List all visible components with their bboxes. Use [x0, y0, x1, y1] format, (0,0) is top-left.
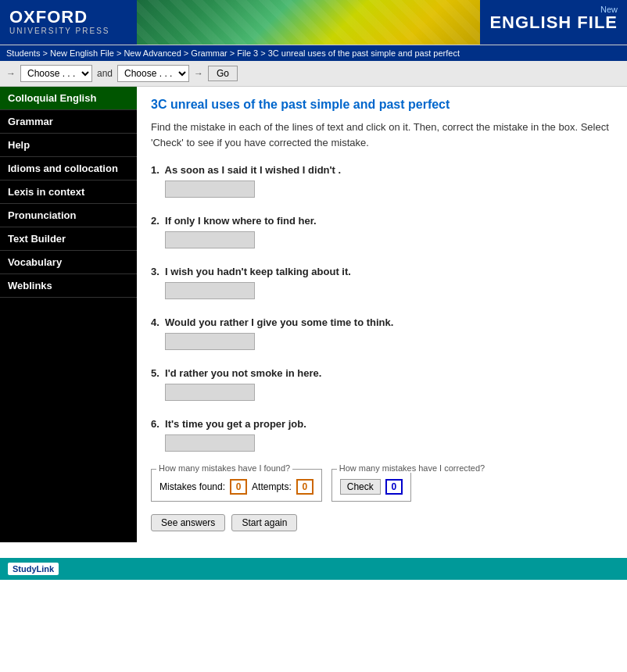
stats-box-corrected: How many mistakes have I corrected? Chec…: [331, 469, 411, 502]
sidebar-label-vocabulary: Vocabulary: [8, 256, 62, 268]
press-subtitle: UNIVERSITY PRESS: [9, 26, 127, 37]
exercise-sentence-3[interactable]: 3. I wish you hadn't keep talking about …: [151, 266, 613, 277]
oxford-title: OXFORD: [9, 9, 127, 26]
exercise-text-1: As soon as I said it I wished I didn't .: [165, 164, 342, 176]
sidebar-item-text-builder[interactable]: Text Builder: [0, 227, 137, 251]
sidebar-item-pronunciation[interactable]: Pronunciation: [0, 204, 137, 227]
exercise-number-1: 1.: [151, 164, 159, 176]
exercise-text-5: I'd rather you not smoke in here.: [165, 367, 321, 379]
sidebar-label-colloquial: Colloquial English: [8, 92, 96, 104]
study-label: Study: [13, 564, 37, 574]
stats-area: How many mistakes have I found? Mistakes…: [151, 469, 613, 502]
exercise-input-2[interactable]: [165, 231, 255, 248]
exercise-item-6: 6. It's time you get a proper job.: [151, 418, 613, 452]
choose-dropdown-2[interactable]: Choose . . .: [117, 65, 189, 82]
nef-logo: New ENGLISH FILE: [480, 0, 627, 45]
ef-label: ENGLISH FILE: [489, 13, 618, 32]
footer: StudyLink: [0, 558, 627, 580]
exercise-item-3: 3. I wish you hadn't keep talking about …: [151, 266, 613, 299]
exercise-text-2: If only I know where to find her.: [165, 215, 317, 227]
sidebar-item-colloquial-english[interactable]: Colloquial English: [0, 87, 137, 110]
exercise-number-2: 2.: [151, 215, 159, 227]
check-button[interactable]: Check: [340, 479, 381, 495]
sidebar-label-help: Help: [8, 139, 30, 151]
content-area: 3C unreal uses of the past simple and pa…: [137, 87, 627, 542]
content-title: 3C unreal uses of the past simple and pa…: [151, 98, 613, 112]
see-answers-button[interactable]: See answers: [151, 514, 225, 531]
exercise-item-1: 1. As soon as I said it I wished I didn'…: [151, 164, 613, 198]
sidebar-label-idioms: Idioms and collocation: [8, 163, 118, 174]
exercise-input-3[interactable]: [165, 282, 255, 299]
sidebar-label-grammar: Grammar: [8, 116, 53, 127]
link-label: Link: [37, 564, 55, 574]
oxford-logo: OXFORD UNIVERSITY PRESS: [0, 0, 137, 45]
breadcrumb-text: Students > New English File > New Advanc…: [6, 48, 460, 58]
header: OXFORD UNIVERSITY PRESS New ENGLISH FILE: [0, 0, 627, 45]
and-label: and: [97, 68, 113, 79]
header-banner: [137, 0, 480, 45]
exercise-number-3: 3.: [151, 266, 159, 277]
mistakes-label: Mistakes found:: [159, 481, 225, 492]
sidebar-label-weblinks: Weblinks: [8, 280, 52, 291]
content-instructions: Find the mistake in each of the lines of…: [151, 120, 613, 150]
sidebar-label-pronunciation: Pronunciation: [8, 209, 76, 221]
exercise-number-4: 4.: [151, 316, 159, 328]
exercise-sentence-4[interactable]: 4. Would you rather I give you some time…: [151, 316, 613, 328]
exercise-sentence-6[interactable]: 6. It's time you get a proper job.: [151, 418, 613, 430]
sidebar-item-lexis[interactable]: Lexis in context: [0, 181, 137, 204]
sidebar-label-lexis: Lexis in context: [8, 186, 84, 198]
exercise-input-6[interactable]: [165, 434, 255, 452]
breadcrumb: Students > New English File > New Advanc…: [0, 45, 627, 61]
exercise-sentence-2[interactable]: 2. If only I know where to find her.: [151, 215, 613, 227]
exercise-sentence-1[interactable]: 1. As soon as I said it I wished I didn'…: [151, 164, 613, 176]
study-link[interactable]: StudyLink: [8, 563, 59, 575]
sidebar-item-help[interactable]: Help: [0, 134, 137, 157]
exercise-item-5: 5. I'd rather you not smoke in here.: [151, 367, 613, 401]
choose-dropdown-1[interactable]: Choose . . .: [20, 65, 92, 82]
toolbar: → Choose . . . and Choose . . . → Go: [0, 61, 627, 87]
arrow-right-icon: →: [194, 68, 203, 79]
main-layout: Colloquial English Grammar Help Idioms a…: [0, 87, 627, 542]
exercise-number-5: 5.: [151, 367, 159, 379]
bottom-buttons: See answers Start again: [151, 514, 613, 531]
exercise-input-4[interactable]: [165, 333, 255, 350]
stats-box-found: How many mistakes have I found? Mistakes…: [151, 469, 322, 502]
exercise-item-2: 2. If only I know where to find her.: [151, 215, 613, 248]
exercise-sentence-5[interactable]: 5. I'd rather you not smoke in here.: [151, 367, 613, 379]
exercise-text-6: It's time you get a proper job.: [165, 418, 306, 430]
arrow-left-icon: →: [6, 68, 16, 79]
stats-row-found: Mistakes found: 0 Attempts: 0: [159, 479, 314, 495]
exercise-input-5[interactable]: [165, 384, 255, 401]
sidebar-item-grammar[interactable]: Grammar: [0, 110, 137, 134]
attempts-label: Attempts:: [252, 481, 292, 492]
sidebar-item-vocabulary[interactable]: Vocabulary: [0, 251, 137, 274]
exercise-text-4: Would you rather I give you some time to…: [165, 316, 393, 328]
sidebar-label-text-builder: Text Builder: [8, 233, 66, 245]
go-button[interactable]: Go: [208, 66, 238, 81]
sidebar: Colloquial English Grammar Help Idioms a…: [0, 87, 137, 542]
attempts-value: 0: [296, 479, 314, 495]
exercise-text-3: I wish you hadn't keep talking about it.: [165, 266, 351, 277]
mistakes-value: 0: [230, 479, 247, 495]
start-again-button[interactable]: Start again: [231, 514, 297, 531]
stats-box-found-title: How many mistakes have I found?: [156, 463, 292, 473]
sidebar-item-weblinks[interactable]: Weblinks: [0, 274, 137, 298]
stats-row-corrected: Check 0: [340, 479, 403, 495]
exercise-input-1[interactable]: [165, 181, 255, 198]
sidebar-item-idioms[interactable]: Idioms and collocation: [0, 157, 137, 181]
exercise-item-4: 4. Would you rather I give you some time…: [151, 316, 613, 350]
exercise-number-6: 6.: [151, 418, 159, 430]
corrected-value: 0: [385, 479, 403, 495]
stats-box-corrected-title: How many mistakes have I corrected?: [337, 463, 487, 473]
